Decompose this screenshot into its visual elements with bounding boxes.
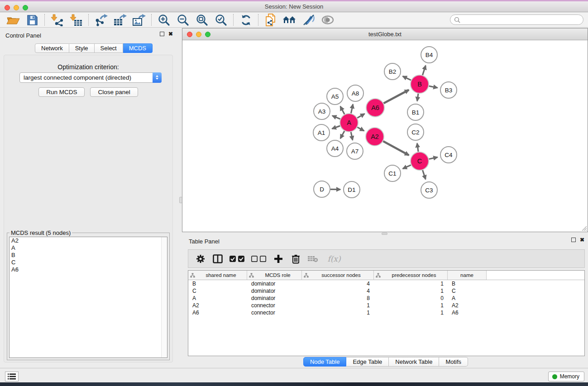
float-table-panel-icon[interactable] [571, 238, 576, 242]
edge-A-A7[interactable] [351, 132, 353, 140]
home-pair-icon[interactable] [280, 13, 299, 27]
search-field[interactable] [450, 14, 583, 25]
graph-node-A2[interactable]: A2 [366, 128, 384, 146]
mcds-list-scrollbar[interactable] [161, 237, 167, 357]
network-window-titlebar[interactable]: testGlobe.txt [182, 29, 588, 40]
graph-node-A4[interactable]: A4 [327, 140, 343, 157]
graph-node-A5[interactable]: A5 [327, 88, 343, 105]
table-row[interactable]: A6connector11A6 [188, 309, 584, 316]
function-builder-icon[interactable]: f(x) [323, 252, 344, 266]
tab-edge-table[interactable]: Edge Table [346, 357, 389, 367]
tab-select[interactable]: Select [95, 43, 123, 53]
net-minimize-icon[interactable] [196, 32, 201, 37]
edge-C-C1[interactable] [403, 165, 411, 169]
minimize-window-icon[interactable] [14, 5, 19, 10]
zoom-in-icon[interactable] [154, 13, 173, 27]
column-header-MCDS-role[interactable]: MCDS role [247, 271, 302, 280]
graph-node-C3[interactable]: C3 [421, 182, 437, 198]
edge-B-B1[interactable] [417, 94, 418, 101]
close-panel-icon[interactable]: ✖ [168, 32, 173, 36]
net-close-icon[interactable] [187, 32, 192, 37]
zoom-out-icon[interactable] [173, 13, 192, 27]
close-table-panel-icon[interactable]: ✖ [580, 238, 584, 242]
mcds-result-item[interactable]: A2 [10, 237, 167, 244]
graph-node-C2[interactable]: C2 [407, 124, 424, 140]
tab-mcds[interactable]: MCDS [123, 43, 153, 53]
graph-node-C1[interactable]: C1 [384, 165, 401, 181]
table-row[interactable]: Bdominator41B [188, 280, 584, 287]
edge-C-C3[interactable] [423, 170, 426, 179]
mcds-result-item[interactable]: C [10, 259, 167, 266]
plus-icon[interactable] [272, 252, 285, 266]
edge-C-C4[interactable] [429, 157, 438, 159]
gear-icon[interactable] [194, 252, 207, 266]
graph-node-C[interactable]: C [411, 152, 429, 170]
delete-table-icon[interactable] [306, 252, 320, 266]
hide-pen-icon[interactable] [299, 13, 318, 27]
eye-icon[interactable] [318, 13, 337, 27]
import-table-icon[interactable] [67, 13, 86, 27]
export-table-icon[interactable] [110, 13, 129, 27]
graph-node-D[interactable]: D [314, 181, 330, 197]
column-header-name[interactable]: name [448, 271, 487, 280]
mcds-result-item[interactable]: A6 [10, 266, 167, 273]
dropdown-stepper-icon[interactable] [153, 72, 162, 83]
graph-node-A7[interactable]: A7 [347, 143, 363, 159]
edge-A-A4[interactable] [340, 131, 344, 138]
graph-node-D1[interactable]: D1 [344, 181, 360, 198]
graph-node-B[interactable]: B [411, 75, 429, 93]
zoom-selected-icon[interactable] [211, 13, 230, 27]
tab-style[interactable]: Style [69, 43, 95, 53]
close-window-icon[interactable] [5, 5, 10, 10]
table-row[interactable]: Adominator80A [188, 295, 584, 302]
checked-pair-icon[interactable] [228, 252, 246, 266]
graph-node-B4[interactable]: B4 [421, 47, 437, 63]
clone-network-icon[interactable] [261, 13, 280, 27]
mcds-result-item[interactable]: A [10, 244, 167, 252]
tab-node-table[interactable]: Node Table [303, 357, 347, 367]
optimization-criterion-dropdown[interactable]: largest connected component (directed) [19, 72, 162, 83]
tab-network[interactable]: Network [35, 43, 69, 53]
graph-node-A8[interactable]: A8 [347, 85, 363, 101]
export-network-icon[interactable] [91, 13, 110, 27]
unchecked-pair-icon[interactable] [250, 252, 268, 266]
network-graph[interactable]: B4B2BB3A8A5A6A3B1AC2A1A2A4A7C4CC1DD1C3 [182, 40, 588, 232]
export-image-icon[interactable] [129, 13, 148, 27]
net-maximize-icon[interactable] [205, 32, 210, 37]
edge-B-B2[interactable] [403, 76, 411, 81]
graph-node-B2[interactable]: B2 [384, 63, 401, 80]
graph-node-A6[interactable]: A6 [366, 99, 384, 117]
graph-node-A3[interactable]: A3 [314, 103, 330, 119]
edge-A2-C[interactable] [383, 141, 409, 155]
edge-A6-B[interactable] [384, 90, 409, 104]
search-input[interactable] [463, 16, 583, 24]
float-panel-icon[interactable] [160, 32, 164, 36]
open-session-icon[interactable] [4, 13, 23, 27]
column-header-shared-name[interactable]: shared name [188, 271, 247, 280]
edge-A-A6[interactable] [357, 114, 364, 118]
horizontal-split-handle[interactable] [382, 233, 387, 235]
import-network-icon[interactable] [48, 13, 67, 27]
graph-node-B3[interactable]: B3 [440, 82, 457, 98]
graph-node-C4[interactable]: C4 [440, 147, 457, 163]
column-header-predecessor-nodes[interactable]: predecessor nodes [374, 271, 448, 280]
task-history-button[interactable] [5, 372, 19, 381]
graph-node-A[interactable]: A [340, 114, 358, 132]
tab-network-table[interactable]: Network Table [389, 357, 439, 367]
edge-A-A3[interactable] [332, 116, 340, 119]
column-view-icon[interactable] [211, 252, 225, 266]
mcds-result-item[interactable]: B [10, 252, 167, 259]
node-table[interactable]: shared nameMCDS rolesuccessor nodesprede… [188, 270, 585, 356]
maximize-window-icon[interactable] [23, 5, 28, 10]
tab-motifs[interactable]: Motifs [439, 357, 468, 367]
edge-A-A2[interactable] [357, 127, 364, 131]
network-canvas[interactable]: B4B2BB3A8A5A6A3B1AC2A1A2A4A7C4CC1DD1C3 [182, 40, 588, 232]
edge-C-C2[interactable] [417, 143, 418, 152]
edge-B-B4[interactable] [422, 66, 425, 75]
edge-A-A1[interactable] [332, 126, 340, 129]
edge-A-A8[interactable] [351, 104, 353, 113]
table-row[interactable]: A2connector11A2 [188, 302, 584, 309]
table-row[interactable]: Cdominator41C [188, 287, 584, 295]
graph-node-A1[interactable]: A1 [313, 124, 330, 141]
mcds-result-list[interactable]: A2ABCA6 [9, 237, 167, 358]
